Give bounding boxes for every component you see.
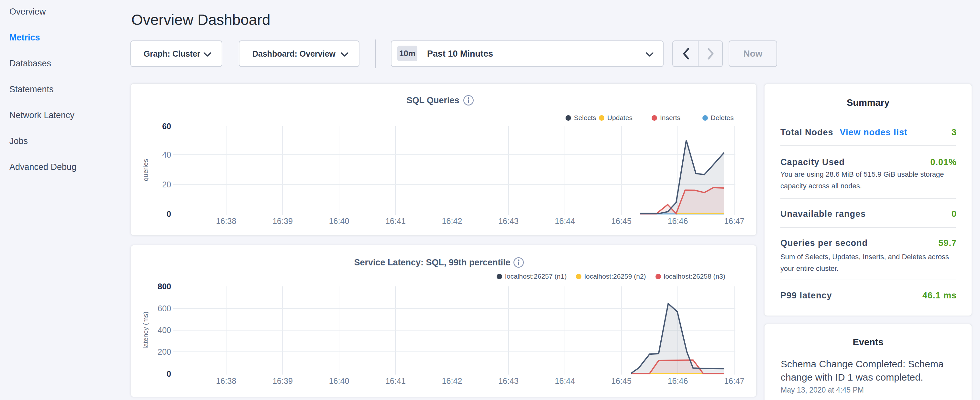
svg-text:16:43: 16:43	[498, 376, 519, 386]
svg-text:16:45: 16:45	[611, 376, 632, 386]
svg-text:16:47: 16:47	[724, 376, 745, 386]
svg-text:queries: queries	[142, 159, 149, 181]
svg-text:16:40: 16:40	[329, 376, 349, 386]
svg-text:16:38: 16:38	[216, 217, 237, 226]
svg-text:16:46: 16:46	[668, 217, 688, 226]
svg-text:latency (ms): latency (ms)	[142, 312, 149, 349]
svg-text:600: 600	[158, 304, 171, 313]
svg-text:16:39: 16:39	[272, 217, 293, 226]
svg-text:16:47: 16:47	[724, 217, 745, 226]
svg-text:16:40: 16:40	[329, 217, 349, 226]
svg-text:60: 60	[162, 122, 171, 131]
svg-text:16:41: 16:41	[385, 217, 406, 226]
svg-text:16:43: 16:43	[498, 217, 519, 226]
svg-text:16:39: 16:39	[272, 376, 293, 386]
svg-text:16:41: 16:41	[385, 376, 406, 386]
svg-text:0: 0	[167, 369, 171, 378]
svg-text:16:42: 16:42	[442, 217, 462, 226]
svg-text:16:44: 16:44	[555, 376, 575, 386]
svg-text:16:45: 16:45	[611, 217, 632, 226]
svg-text:16:38: 16:38	[216, 376, 237, 386]
svg-text:40: 40	[162, 150, 171, 159]
svg-text:16:44: 16:44	[555, 217, 575, 226]
svg-text:200: 200	[158, 347, 171, 356]
svg-text:800: 800	[158, 282, 171, 291]
svg-text:400: 400	[158, 325, 171, 335]
svg-text:20: 20	[162, 180, 171, 189]
svg-text:0: 0	[167, 209, 171, 218]
svg-text:16:46: 16:46	[668, 376, 688, 386]
svg-text:16:42: 16:42	[442, 376, 462, 386]
